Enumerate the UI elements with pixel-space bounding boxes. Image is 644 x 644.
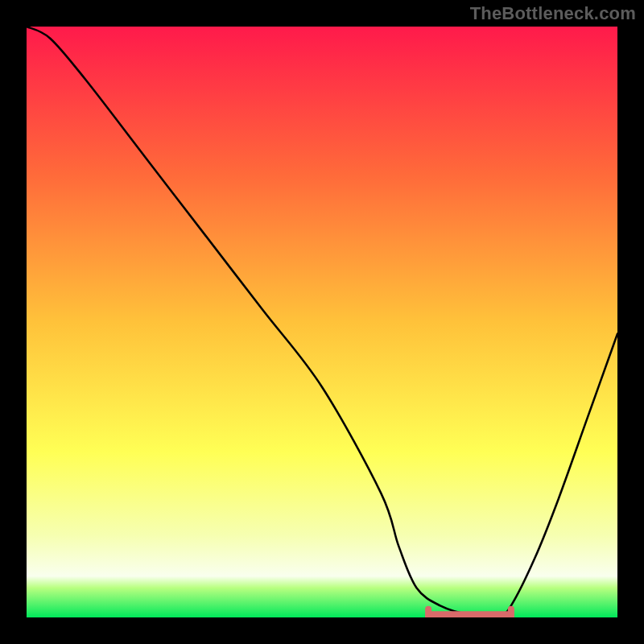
- chart-frame: TheBottleneck.com: [0, 0, 644, 644]
- bottleneck-curve: [27, 27, 617, 617]
- plot-area: [27, 27, 617, 617]
- watermark-text: TheBottleneck.com: [470, 3, 636, 24]
- valley-marker: [428, 609, 511, 617]
